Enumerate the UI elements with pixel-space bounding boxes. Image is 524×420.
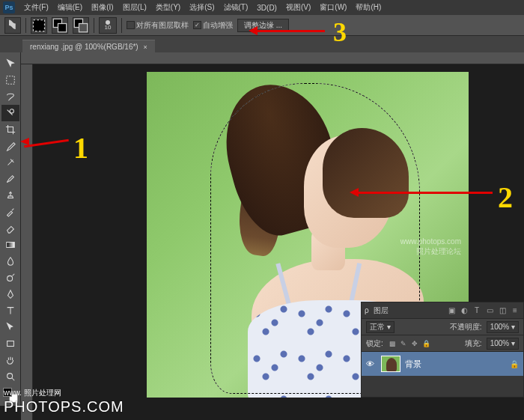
layer-list: 👁 背景 🔒 — [362, 352, 523, 397]
filter-pixel-icon[interactable]: ▣ — [446, 305, 457, 316]
filter-shape-icon[interactable]: ▭ — [484, 305, 495, 316]
checkbox-checked-icon: ✓ — [193, 21, 201, 29]
panel-menu-icon[interactable]: ≡ — [510, 305, 520, 316]
fill-label: 填充: — [465, 338, 482, 349]
healing-brush-tool[interactable] — [1, 154, 19, 171]
menu-window[interactable]: 窗口(W) — [315, 2, 351, 13]
dodge-tool[interactable] — [1, 270, 19, 286]
lock-position-icon[interactable]: ✥ — [410, 338, 420, 348]
lock-pixels-icon[interactable]: ✎ — [399, 338, 409, 348]
path-selection-tool[interactable] — [1, 319, 19, 335]
svg-rect-5 — [6, 76, 14, 85]
fill-input[interactable]: 100% ▾ — [487, 338, 519, 350]
lasso-tool[interactable] — [1, 88, 19, 105]
panel-kind-icon[interactable]: ρ — [365, 306, 369, 314]
lock-label: 锁定: — [366, 338, 383, 349]
menu-layer[interactable]: 图层(L) — [118, 2, 151, 13]
auto-enhance-label: 自动增强 — [203, 20, 233, 31]
eyedropper-tool[interactable] — [1, 138, 19, 154]
menu-help[interactable]: 帮助(H) — [351, 2, 386, 13]
blur-tool[interactable] — [1, 253, 19, 270]
opacity-label: 不透明度: — [450, 322, 482, 332]
app-logo: Ps — [3, 1, 15, 13]
gradient-tool[interactable] — [1, 237, 19, 253]
type-tool[interactable] — [1, 302, 19, 319]
svg-point-9 — [7, 374, 12, 379]
hand-tool[interactable] — [1, 352, 19, 368]
document-tab-bar: renxiang .jpg @ 100%(RGB/16*) × — [0, 36, 524, 52]
filter-smart-icon[interactable]: ◫ — [497, 305, 508, 316]
document-tab[interactable]: renxiang .jpg @ 100%(RGB/16*) × — [22, 40, 155, 52]
marquee-tool[interactable] — [1, 72, 19, 88]
filter-adjust-icon[interactable]: ◐ — [459, 305, 469, 316]
brush-size-value: 10 — [105, 25, 112, 31]
tab-close-icon[interactable]: × — [143, 43, 147, 51]
options-bar: 10 对所有图层取样 ✓ 自动增强 调整边缘 ... — [0, 15, 524, 36]
checkbox-icon — [127, 21, 135, 29]
canvas-watermark: www.photops.com 照片处理论坛 — [400, 237, 461, 256]
rectangle-tool[interactable] — [1, 335, 19, 352]
refine-edge-button[interactable]: 调整边缘 ... — [237, 19, 289, 32]
brush-size-picker[interactable]: 10 — [99, 17, 117, 34]
menu-edit[interactable]: 编辑(E) — [53, 2, 87, 13]
menu-bar: Ps 文件(F) 编辑(E) 图像(I) 图层(L) 类型(Y) 选择(S) 滤… — [0, 0, 524, 15]
svg-rect-0 — [34, 19, 45, 31]
pen-tool[interactable] — [1, 286, 19, 302]
document-tab-title: renxiang .jpg @ 100%(RGB/16*) — [30, 43, 138, 51]
svg-point-7 — [7, 276, 12, 281]
zoom-tool[interactable] — [1, 368, 19, 385]
menu-3d[interactable]: 3D(D) — [252, 4, 281, 12]
move-tool[interactable] — [1, 55, 19, 72]
menu-select[interactable]: 选择(S) — [185, 2, 219, 13]
menu-type[interactable]: 类型(Y) — [151, 2, 185, 13]
layers-panel: ρ 图层 ▣ ◐ T ▭ ◫ ≡ 正常 ▾ 不透明度: 100% ▾ 锁定: ▩… — [361, 302, 524, 398]
menu-view[interactable]: 视图(V) — [281, 2, 315, 13]
left-toolbar — [0, 52, 21, 406]
quick-selection-tool[interactable] — [1, 105, 19, 121]
lock-all-icon[interactable]: 🔒 — [421, 338, 431, 348]
vertical-ruler — [21, 64, 33, 420]
layer-lock-icon: 🔒 — [510, 360, 519, 368]
sample-all-label: 对所有图层取样 — [136, 20, 189, 31]
auto-enhance-checkbox[interactable]: ✓ 自动增强 — [193, 20, 233, 31]
blend-mode-dropdown[interactable]: 正常 ▾ — [366, 321, 394, 333]
add-selection-icon[interactable] — [52, 17, 68, 34]
menu-image[interactable]: 图像(I) — [87, 2, 118, 13]
layer-item-background[interactable]: 👁 背景 🔒 — [362, 352, 523, 376]
tool-preset-icon[interactable] — [4, 17, 21, 34]
workspace: www.photops.com 照片处理论坛 ρ 图层 ▣ ◐ T ▭ ◫ ≡ … — [0, 52, 524, 420]
brush-tool[interactable] — [1, 171, 19, 187]
image-watermark: www. 照片处理网 PHOTOPS.COM — [4, 389, 124, 416]
layers-panel-tab[interactable]: 图层 — [374, 305, 389, 316]
opacity-input[interactable]: 100% ▾ — [487, 321, 519, 333]
horizontal-ruler — [21, 52, 524, 64]
lock-transparency-icon[interactable]: ▩ — [388, 338, 397, 348]
crop-tool[interactable] — [1, 121, 19, 138]
menu-file[interactable]: 文件(F) — [19, 2, 53, 13]
history-brush-tool[interactable] — [1, 204, 19, 220]
visibility-toggle-icon[interactable]: 👁 — [366, 359, 377, 368]
subtract-selection-icon[interactable] — [73, 17, 89, 34]
svg-rect-8 — [7, 341, 13, 347]
eraser-tool[interactable] — [1, 220, 19, 237]
filter-type-icon[interactable]: T — [472, 305, 482, 316]
clone-stamp-tool[interactable] — [1, 187, 19, 204]
layer-name[interactable]: 背景 — [405, 359, 505, 370]
svg-rect-2 — [58, 23, 67, 31]
menu-filter[interactable]: 滤镜(T) — [219, 2, 253, 13]
new-selection-icon[interactable] — [31, 17, 47, 34]
svg-rect-6 — [6, 243, 14, 248]
svg-rect-4 — [79, 23, 88, 31]
sample-all-layers-checkbox[interactable]: 对所有图层取样 — [127, 20, 189, 31]
layer-thumbnail[interactable] — [381, 356, 400, 372]
